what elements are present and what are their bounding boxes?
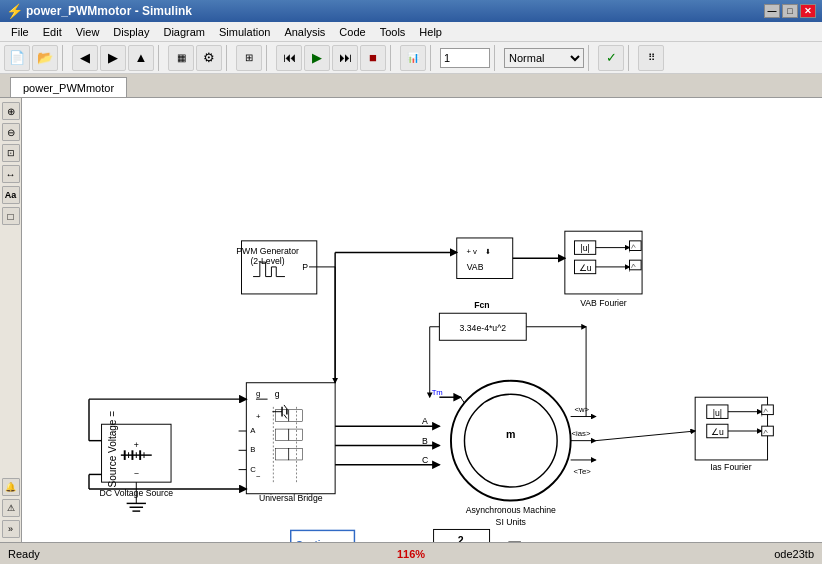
svg-text:Asynchronous Machine: Asynchronous Machine <box>466 505 556 515</box>
toolbar-sep7 <box>494 45 500 71</box>
svg-text:Fcn: Fcn <box>474 300 489 310</box>
svg-rect-98 <box>575 241 596 255</box>
toolbar-check-btn[interactable]: ✓ <box>598 45 624 71</box>
svg-text:+: + <box>134 440 139 450</box>
svg-text:B: B <box>250 445 255 454</box>
toolbar-open-btn[interactable]: 📂 <box>32 45 58 71</box>
svg-point-61 <box>464 394 557 487</box>
svg-line-107 <box>631 245 633 249</box>
svg-rect-75 <box>707 405 728 419</box>
svg-text:3.34e-4*u^2: 3.34e-4*u^2 <box>460 323 507 333</box>
svg-rect-49 <box>289 448 303 460</box>
svg-text:|u|: |u| <box>580 243 589 253</box>
svg-rect-130 <box>434 529 490 542</box>
svg-text:P: P <box>302 262 308 272</box>
main-area: ⊕ ⊖ ⊡ ↔ Aa □ 🔔 ⚠ » + <box>0 98 822 542</box>
toolbar-rewind-btn[interactable]: ⏮ <box>276 45 302 71</box>
svg-rect-46 <box>275 429 289 441</box>
menu-display[interactable]: Display <box>106 25 156 39</box>
svg-text:<w>: <w> <box>575 405 590 414</box>
sidebar-text-btn[interactable]: Aa <box>2 186 20 204</box>
toolbar-lib-btn[interactable]: ▦ <box>168 45 194 71</box>
toolbar-sep9 <box>628 45 634 71</box>
svg-rect-115 <box>439 313 526 340</box>
svg-line-110 <box>631 264 633 268</box>
close-button[interactable]: ✕ <box>800 4 816 18</box>
svg-text:−: − <box>134 468 139 478</box>
toolbar-sep2 <box>158 45 164 71</box>
svg-text:(2-Level): (2-Level) <box>250 256 284 266</box>
svg-text:Tm: Tm <box>432 388 443 397</box>
toolbar-sep3 <box>226 45 232 71</box>
menu-edit[interactable]: Edit <box>36 25 69 39</box>
sidebar-select-btn[interactable]: □ <box>2 207 20 225</box>
simulation-time-input[interactable] <box>440 48 490 68</box>
toolbar-up-btn[interactable]: ▲ <box>128 45 154 71</box>
minimize-button[interactable]: — <box>764 4 780 18</box>
svg-line-37 <box>284 415 287 419</box>
maximize-button[interactable]: □ <box>782 4 798 18</box>
toolbar-sep8 <box>588 45 594 71</box>
svg-rect-97 <box>565 231 642 294</box>
tab-bar: power_PWMmotor <box>0 74 822 98</box>
svg-line-87 <box>764 430 766 434</box>
sidebar-zoom-in-btn[interactable]: ⊕ <box>2 102 20 120</box>
svg-text:<Te>: <Te> <box>574 467 592 476</box>
toolbar: 📄 📂 ◀ ▶ ▲ ▦ ⚙ ⊞ ⏮ ▶ ⏭ ■ 📊 Normal Acceler… <box>0 42 822 74</box>
menu-help[interactable]: Help <box>412 25 449 39</box>
svg-rect-86 <box>762 426 774 436</box>
svg-text:g: g <box>275 389 280 399</box>
toolbar-step-btn[interactable]: ⏭ <box>332 45 358 71</box>
svg-text:∠u: ∠u <box>579 263 592 273</box>
svg-rect-77 <box>707 424 728 438</box>
menu-file[interactable]: File <box>4 25 36 39</box>
sidebar-zoom-out-btn[interactable]: ⊖ <box>2 123 20 141</box>
toolbar-grid2-btn[interactable]: ⠿ <box>638 45 664 71</box>
canvas[interactable]: + − DC Voltage Source <box>22 98 822 542</box>
menu-view[interactable]: View <box>69 25 107 39</box>
toolbar-scope-btn[interactable]: 📊 <box>400 45 426 71</box>
svg-text:C: C <box>250 465 256 474</box>
toolbar-sep5 <box>390 45 396 71</box>
svg-text:Universal Bridge: Universal Bridge <box>259 493 323 503</box>
toolbar-settings-btn[interactable]: ⚙ <box>196 45 222 71</box>
toolbar-new-btn[interactable]: 📄 <box>4 45 30 71</box>
svg-line-85 <box>766 409 768 412</box>
menu-code[interactable]: Code <box>332 25 372 39</box>
toolbar-sep4 <box>266 45 272 71</box>
sidebar-bottom-btn1[interactable]: 🔔 <box>2 478 20 496</box>
svg-rect-100 <box>575 260 596 274</box>
svg-text:VAB: VAB <box>467 262 484 272</box>
sidebar-bottom-btn2[interactable]: ⚠ <box>2 499 20 517</box>
svg-rect-137 <box>291 530 355 542</box>
svg-rect-106 <box>630 241 642 251</box>
tab-power-pwmmotor[interactable]: power_PWMmotor <box>10 77 127 97</box>
svg-text:+  v: + v <box>466 247 477 256</box>
toolbar-fwd-btn[interactable]: ▶ <box>100 45 126 71</box>
menu-bar: File Edit View Display Diagram Simulatio… <box>0 22 822 42</box>
menu-simulation[interactable]: Simulation <box>212 25 277 39</box>
svg-rect-45 <box>289 410 303 422</box>
svg-line-65 <box>461 397 465 403</box>
toolbar-back-btn[interactable]: ◀ <box>72 45 98 71</box>
svg-text:+: + <box>256 412 261 421</box>
sidebar-pan-btn[interactable]: ↔ <box>2 165 20 183</box>
sidebar-fit-btn[interactable]: ⊡ <box>2 144 20 162</box>
svg-line-35 <box>284 405 287 409</box>
status-solver: ode23tb <box>545 548 814 560</box>
toolbar-stop-btn[interactable]: ■ <box>360 45 386 71</box>
svg-rect-44 <box>275 410 289 422</box>
menu-tools[interactable]: Tools <box>373 25 413 39</box>
simulation-mode-select[interactable]: Normal Accelerator Rapid Accelerator <box>504 48 584 68</box>
svg-text:Ias Fourier: Ias Fourier <box>710 462 752 472</box>
menu-analysis[interactable]: Analysis <box>277 25 332 39</box>
svg-text:g: g <box>256 389 260 398</box>
toolbar-grid-btn[interactable]: ⊞ <box>236 45 262 71</box>
title-bar-controls: — □ ✕ <box>764 4 816 18</box>
status-ready: Ready <box>8 548 277 560</box>
toolbar-play-btn[interactable]: ▶ <box>304 45 330 71</box>
svg-text:−: − <box>256 472 261 481</box>
status-bar: Ready 116% ode23tb <box>0 542 822 564</box>
menu-diagram[interactable]: Diagram <box>156 25 212 39</box>
sidebar-expand-btn[interactable]: » <box>2 520 20 538</box>
